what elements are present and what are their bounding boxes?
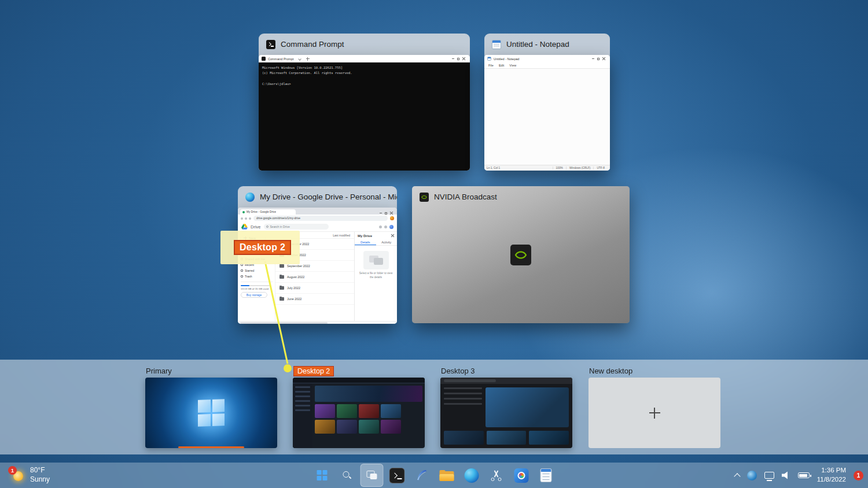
scrollbar-thumb <box>240 322 328 324</box>
command-prompt-icon <box>266 40 275 49</box>
edge-button[interactable] <box>460 464 483 487</box>
terminal-button[interactable] <box>385 464 409 487</box>
drive-header-icons <box>379 225 393 229</box>
window-thumbnail-command-prompt[interactable]: Command Prompt Command Prompt Microsoft … <box>259 34 470 171</box>
window-controls <box>452 57 467 60</box>
desktop-item-primary: Primary <box>145 364 277 448</box>
nvidia-logo <box>510 245 531 265</box>
drive-window-preview: My Drive - Google Drive drive.google.com… <box>238 208 397 324</box>
tab-details: Details <box>355 239 376 245</box>
notepad-editor-area <box>484 69 610 165</box>
terminal-line: (c) Microsoft Corporation. All rights re… <box>262 71 466 76</box>
folder-icon <box>279 275 284 279</box>
forward-icon <box>245 217 247 220</box>
drive-favicon <box>242 211 245 213</box>
window-thumbnail-nvidia-broadcast[interactable]: NVIDIA Broadcast <box>412 186 630 323</box>
browser-topbar <box>440 378 572 384</box>
task-view-button[interactable] <box>361 464 384 487</box>
horizontal-scrollbar <box>238 321 397 324</box>
desktop-label-primary[interactable]: Primary <box>145 364 277 378</box>
window-thumbnail-notepad[interactable]: Untitled - Notepad Untitled - Notepad Fi… <box>484 34 610 171</box>
feather-app-icon <box>415 468 429 482</box>
drive-search-bar: Search in Drive <box>264 224 329 230</box>
task-view-icon <box>366 471 377 480</box>
desktop-2-highlighted-label: Desktop 2 <box>293 366 334 376</box>
notepad-titlebar-icon <box>487 57 491 61</box>
globe-icon[interactable] <box>747 471 757 480</box>
command-prompt-window-preview: Command Prompt Microsoft Windows [Versio… <box>259 55 470 171</box>
nvidia-icon <box>420 193 429 202</box>
terminal-prompt: C:\Users\jdlau> <box>262 82 466 87</box>
desktop-label-desktop-2[interactable]: Desktop 2 <box>293 364 425 378</box>
details-panel-header: My Drive <box>355 232 397 239</box>
drive-folder-row: August 2022 <box>275 272 354 283</box>
nvidia-window-preview: NVIDIA Broadcast <box>412 186 630 323</box>
desktop-thumbnail-desktop-2[interactable] <box>293 378 425 448</box>
close-icon <box>390 212 393 215</box>
maximize-icon <box>597 58 599 60</box>
folder-icon <box>279 264 284 268</box>
drive-logo-icon <box>241 224 248 230</box>
photos-button[interactable] <box>510 464 533 487</box>
back-icon <box>241 217 243 220</box>
new-tab-icon <box>306 57 310 61</box>
windows-start-icon <box>317 470 328 480</box>
snipping-tool-icon <box>490 469 503 482</box>
profile-avatar <box>390 216 394 220</box>
desktop-thumbnail-desktop-3[interactable] <box>440 378 572 448</box>
notepad-menubar: File Edit View <box>484 62 610 69</box>
edge-icon <box>245 193 255 202</box>
feather-app-button[interactable] <box>410 464 433 487</box>
callout-highlight-box: Desktop 2 <box>220 231 300 264</box>
terminal-line: Microsoft Windows [Version 10.0.22621.75… <box>262 65 466 71</box>
snipping-tool-button[interactable] <box>485 464 508 487</box>
window-title: Command Prompt <box>281 40 344 49</box>
notification-badge[interactable]: 1 <box>854 471 863 480</box>
desktop-thumbnail-primary[interactable] <box>145 378 277 448</box>
drive-app-name: Drive <box>251 224 261 230</box>
taskbar: 1 80°F Sunny <box>0 463 868 488</box>
desktops-panel: Primary Desktop 2 Desktop 3 <box>0 360 868 454</box>
window-title: NVIDIA Broadcast <box>434 193 497 201</box>
start-button[interactable] <box>311 464 334 487</box>
folder-icon <box>279 297 284 301</box>
window-title: My Drive - Google Drive - Personal - Mic… <box>260 193 397 201</box>
close-icon <box>602 57 605 60</box>
drive-folder-row: July 2022 <box>275 283 354 294</box>
terminal-titlebar: Command Prompt <box>259 55 470 62</box>
menu-view: View <box>509 64 516 67</box>
menu-file: File <box>488 64 494 67</box>
chevron-up-icon <box>734 473 740 479</box>
search-button[interactable] <box>336 464 359 487</box>
display-icon[interactable] <box>764 472 774 479</box>
volume-icon[interactable] <box>782 471 790 479</box>
drive-folder-row: June 2022 <box>275 294 354 305</box>
buy-storage-button: Buy storage <box>241 292 267 298</box>
desktop-label-desktop-3[interactable]: Desktop 3 <box>440 364 572 378</box>
clock-date: 11/8/2022 <box>817 475 846 485</box>
zoom-level: 100% <box>553 167 566 169</box>
gear-icon <box>384 225 387 228</box>
minimize-icon <box>380 213 382 213</box>
edge-icon <box>464 468 479 483</box>
active-desktop-indicator <box>178 446 244 448</box>
window-title-row: Command Prompt <box>259 34 470 55</box>
photos-icon <box>514 468 528 483</box>
notepad-button[interactable] <box>535 464 558 487</box>
help-icon <box>379 225 382 228</box>
file-explorer-icon <box>439 470 454 481</box>
clock-time: 1:36 PM <box>817 466 846 475</box>
tray-overflow-button[interactable] <box>735 472 740 479</box>
new-desktop-button[interactable] <box>589 378 720 448</box>
storage-section: 13.13 GB of 15 GB used Buy storage <box>241 282 273 298</box>
battery-icon[interactable] <box>798 472 810 478</box>
weather-widget[interactable]: 1 80°F Sunny <box>6 463 56 488</box>
file-explorer-button[interactable] <box>435 464 458 487</box>
notepad-titlebar-text: Untitled - Notepad <box>494 57 519 61</box>
taskbar-clock[interactable]: 1:36 PM 11/8/2022 <box>817 466 846 484</box>
window-controls <box>592 57 607 60</box>
refresh-icon <box>249 217 251 220</box>
notepad-window-preview: Untitled - Notepad File Edit View Ln 1, … <box>484 55 610 171</box>
empty-state-text: Select a file or folder to view the deta… <box>355 272 397 280</box>
menu-edit: Edit <box>499 64 504 67</box>
